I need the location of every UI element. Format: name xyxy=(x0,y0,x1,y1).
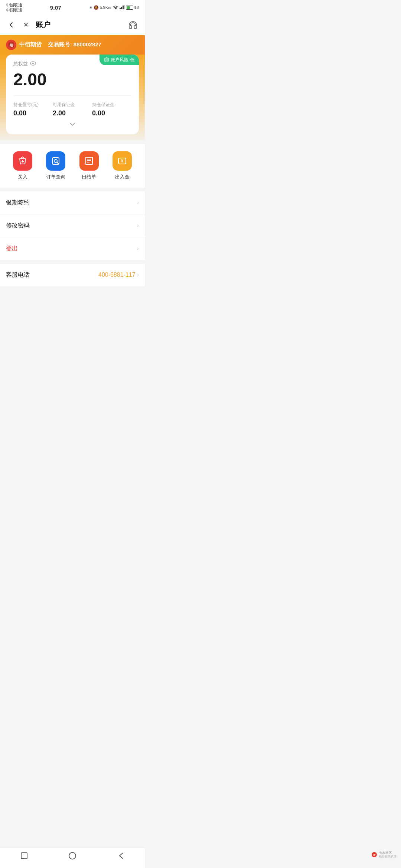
company-name: 中衍期货 交易账号: 880002827 xyxy=(19,41,101,48)
account-card: 账户风险-低 总权益 2.00 持仓盈亏(元) 0.00 可用保证金 2.00 xyxy=(6,55,139,134)
expand-arrow[interactable] xyxy=(13,117,131,127)
stat-margin: 持仓保证金 0.00 xyxy=(92,102,131,117)
menu-change-password[interactable]: 修改密码 › xyxy=(0,214,145,237)
orders-label: 订单查询 xyxy=(46,174,65,180)
svg-text:¥: ¥ xyxy=(121,159,124,163)
svg-rect-13 xyxy=(86,157,92,165)
action-buy[interactable]: 买入 xyxy=(13,151,32,180)
close-button[interactable]: × xyxy=(21,20,31,30)
battery-icon xyxy=(126,6,133,10)
actions-section: 买入 订单查询 日结单 ¥ 出 xyxy=(0,144,145,188)
svg-line-12 xyxy=(57,162,58,164)
company-logo: 期 xyxy=(6,40,16,50)
carrier1: 中国联通 xyxy=(6,2,22,7)
stats-row: 持仓盈亏(元) 0.00 可用保证金 2.00 持仓保证金 0.00 xyxy=(13,102,131,117)
pnl-label: 持仓盈亏(元) xyxy=(13,102,53,108)
daily-label: 日结单 xyxy=(82,174,96,180)
chevron-icon-2: › xyxy=(137,222,139,229)
bluetooth-icon: ∗ xyxy=(89,5,92,10)
service-section: 客服电话 400-6881-117 › xyxy=(0,264,145,286)
headphone-icon xyxy=(128,20,138,30)
wifi-icon xyxy=(113,5,118,10)
carrier-info: 中国联通 中国联通 xyxy=(6,2,22,13)
service-phone: 400-6881-117 xyxy=(98,272,136,278)
service-chevron-icon: › xyxy=(137,272,139,278)
change-password-label: 修改密码 xyxy=(6,222,30,230)
total-equity-value: 2.00 xyxy=(13,69,131,89)
svg-rect-3 xyxy=(124,5,125,9)
battery-level: 16 xyxy=(134,5,139,10)
bank-agreement-label: 银期签约 xyxy=(6,199,30,207)
stat-available: 可用保证金 2.00 xyxy=(53,102,92,117)
pnl-value: 0.00 xyxy=(13,109,53,117)
mute-icon: 🔕 xyxy=(94,5,99,10)
svg-text:期: 期 xyxy=(10,43,13,47)
transfer-icon: ¥ xyxy=(113,151,132,171)
signal-icon xyxy=(120,5,125,10)
network-speed: 5.9K/s xyxy=(100,5,111,10)
action-transfer[interactable]: ¥ 出入金 xyxy=(113,151,132,180)
buy-label: 买入 xyxy=(18,174,27,180)
headphone-button[interactable] xyxy=(127,19,139,31)
daily-icon xyxy=(79,151,99,171)
carrier2: 中国联通 xyxy=(6,7,22,13)
eye-icon[interactable] xyxy=(30,61,36,67)
margin-value: 0.00 xyxy=(92,109,131,117)
buy-icon xyxy=(13,151,32,171)
shield-icon xyxy=(104,57,109,62)
bottom-spacer xyxy=(0,290,145,320)
svg-rect-1 xyxy=(121,7,122,9)
menu-section: 银期签约 › 修改密码 › 登出 › xyxy=(0,191,145,260)
service-right: 400-6881-117 › xyxy=(98,272,139,278)
service-item[interactable]: 客服电话 400-6881-117 › xyxy=(0,264,145,286)
nav-left: × 账户 xyxy=(6,20,50,30)
service-label: 客服电话 xyxy=(6,271,30,279)
svg-rect-0 xyxy=(120,8,121,9)
stat-pnl: 持仓盈亏(元) 0.00 xyxy=(13,102,53,117)
logout-label: 登出 xyxy=(6,245,18,253)
svg-rect-2 xyxy=(123,6,124,9)
margin-label: 持仓保证金 xyxy=(92,102,131,108)
back-button[interactable] xyxy=(6,20,16,30)
svg-point-7 xyxy=(32,62,34,64)
menu-logout[interactable]: 登出 › xyxy=(0,237,145,260)
available-label: 可用保证金 xyxy=(53,102,92,108)
available-value: 2.00 xyxy=(53,109,92,117)
risk-badge: 账户风险-低 xyxy=(100,55,139,65)
status-icons: ∗ 🔕 5.9K/s xyxy=(89,5,139,10)
page-title: 账户 xyxy=(36,20,50,30)
transfer-label: 出入金 xyxy=(115,174,130,180)
account-header: 期 中衍期货 交易账号: 880002827 xyxy=(0,35,145,55)
action-daily[interactable]: 日结单 xyxy=(79,151,99,180)
nav-bar: × 账户 xyxy=(0,14,145,35)
orders-icon xyxy=(46,151,65,171)
status-bar: 中国联通 中国联通 9:07 ∗ 🔕 5.9K/s xyxy=(0,0,145,14)
status-time: 9:07 xyxy=(50,4,61,11)
action-orders[interactable]: 订单查询 xyxy=(46,151,65,180)
chevron-icon-3: › xyxy=(137,245,139,252)
chevron-icon-1: › xyxy=(137,199,139,206)
account-card-wrapper: 账户风险-低 总权益 2.00 持仓盈亏(元) 0.00 可用保证金 2.00 xyxy=(0,55,145,140)
menu-bank-agreement[interactable]: 银期签约 › xyxy=(0,191,145,214)
divider xyxy=(13,95,131,96)
